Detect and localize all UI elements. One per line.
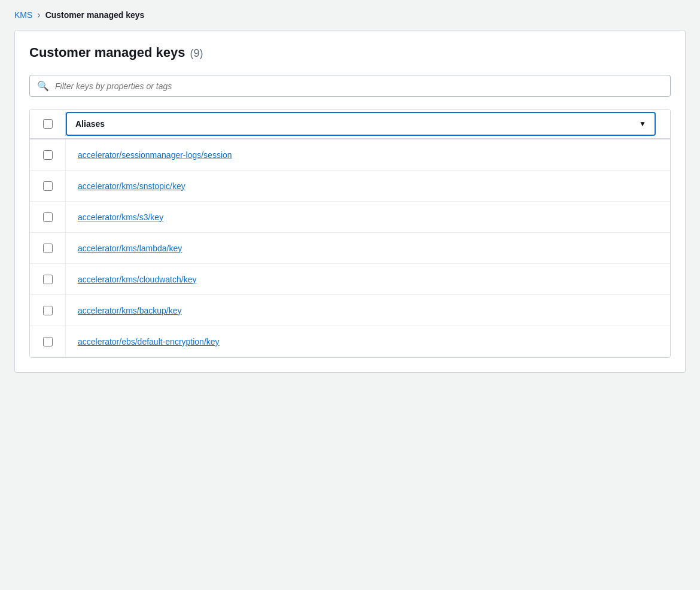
row-link-cell: accelerator/kms/cloudwatch/key [66, 266, 670, 293]
alias-link-3[interactable]: accelerator/kms/lambda/key [78, 244, 182, 253]
row-checkbox-cell [30, 202, 66, 232]
table-row: accelerator/kms/cloudwatch/key [30, 264, 670, 295]
row-checkbox-0[interactable] [43, 150, 53, 160]
table-row: accelerator/kms/backup/key [30, 295, 670, 326]
table-row: accelerator/kms/s3/key [30, 202, 670, 233]
breadcrumb-kms-link[interactable]: KMS [14, 10, 32, 20]
search-input[interactable] [55, 81, 663, 91]
aliases-column-header[interactable]: Aliases ▼ [66, 112, 656, 136]
breadcrumb-current: Customer managed keys [45, 10, 145, 20]
row-link-cell: accelerator/kms/s3/key [66, 204, 670, 230]
row-checkbox-1[interactable] [43, 181, 53, 191]
row-checkbox-cell [30, 264, 66, 294]
row-link-cell: accelerator/kms/snstopic/key [66, 173, 670, 199]
row-checkbox-6[interactable] [43, 337, 53, 346]
alias-link-6[interactable]: accelerator/ebs/default-encryption/key [78, 337, 220, 346]
table-row: accelerator/kms/snstopic/key [30, 171, 670, 202]
page-header: Customer managed keys (9) [29, 45, 671, 60]
row-link-cell: accelerator/ebs/default-encryption/key [66, 329, 670, 355]
row-checkbox-cell [30, 295, 66, 326]
row-checkbox-5[interactable] [43, 306, 53, 315]
keys-table: Aliases ▼ accelerator/sessionmanager-log… [29, 109, 671, 358]
sort-icon: ▼ [639, 120, 646, 128]
table-row: accelerator/kms/lambda/key [30, 233, 670, 264]
row-link-cell: accelerator/sessionmanager-logs/session [66, 142, 670, 168]
search-icon: 🔍 [37, 80, 49, 92]
alias-link-1[interactable]: accelerator/kms/snstopic/key [78, 181, 185, 191]
row-checkbox-4[interactable] [43, 275, 53, 284]
table-body: accelerator/sessionmanager-logs/sessiona… [30, 139, 670, 357]
breadcrumb: KMS › Customer managed keys [0, 0, 700, 30]
breadcrumb-separator: › [37, 10, 40, 20]
table-header-row: Aliases ▼ [30, 110, 670, 139]
alias-link-4[interactable]: accelerator/kms/cloudwatch/key [78, 275, 196, 284]
row-link-cell: accelerator/kms/lambda/key [66, 235, 670, 261]
row-checkbox-cell [30, 326, 66, 357]
select-all-checkbox[interactable] [43, 119, 53, 129]
main-container: Customer managed keys (9) 🔍 Aliases ▼ ac… [14, 30, 686, 373]
row-checkbox-3[interactable] [43, 244, 53, 253]
row-checkbox-cell [30, 139, 66, 170]
alias-link-0[interactable]: accelerator/sessionmanager-logs/session [78, 150, 232, 160]
row-checkbox-cell [30, 233, 66, 263]
row-checkbox-2[interactable] [43, 212, 53, 222]
aliases-label: Aliases [75, 119, 105, 129]
header-checkbox-cell [30, 112, 66, 136]
row-checkbox-cell [30, 171, 66, 201]
alias-link-5[interactable]: accelerator/kms/backup/key [78, 306, 182, 315]
table-row: accelerator/sessionmanager-logs/session [30, 139, 670, 171]
row-link-cell: accelerator/kms/backup/key [66, 297, 670, 324]
alias-link-2[interactable]: accelerator/kms/s3/key [78, 212, 163, 222]
page-count: (9) [190, 47, 203, 60]
search-container: 🔍 [29, 75, 671, 97]
table-row: accelerator/ebs/default-encryption/key [30, 326, 670, 357]
page-title: Customer managed keys [29, 45, 185, 60]
